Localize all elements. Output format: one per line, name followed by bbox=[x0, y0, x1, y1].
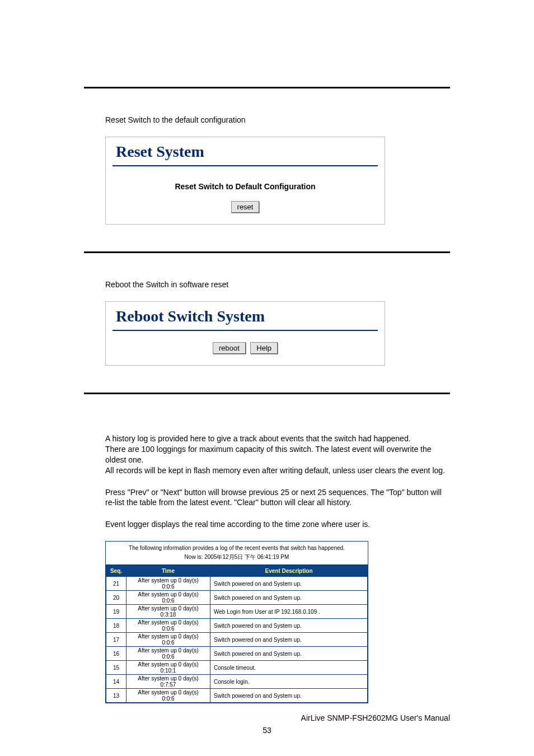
reset-intro: Reset Switch to the default configuratio… bbox=[105, 115, 450, 124]
log-para-1b: There are 100 loggings for maximum capac… bbox=[105, 444, 450, 465]
event-log-timestamp: Now is: 2005年12月5日 下午 06:41:19 PM bbox=[106, 552, 368, 565]
reset-panel-title: Reset System bbox=[106, 137, 385, 165]
cell-desc: Switch powered on and System up. bbox=[210, 619, 368, 633]
footer-text: AirLive SNMP-FSH2602MG User's Manual bbox=[0, 713, 534, 722]
reboot-panel-title: Reboot Switch System bbox=[106, 302, 385, 330]
section-divider bbox=[84, 251, 450, 253]
cell-desc: Switch powered on and System up. bbox=[210, 689, 368, 703]
log-para-1a: A history log is provided here to give a… bbox=[105, 433, 450, 444]
cell-time: After system up 0 day(s)0:7:57 bbox=[127, 675, 210, 689]
col-desc: Event Description bbox=[210, 566, 368, 577]
event-log-figure: The following information provides a log… bbox=[105, 541, 368, 703]
cell-desc: Switch powered on and System up. bbox=[210, 591, 368, 605]
cell-desc: Switch powered on and System up. bbox=[210, 633, 368, 647]
log-para-3: Event logger displays the real time acco… bbox=[105, 519, 450, 530]
cell-seq: 16 bbox=[106, 647, 127, 661]
cell-seq: 15 bbox=[106, 661, 127, 675]
table-row: 13After system up 0 day(s)0:0:6Switch po… bbox=[106, 689, 368, 703]
cell-time: After system up 0 day(s)0:0:6 bbox=[127, 647, 210, 661]
cell-desc: Console timeout. bbox=[210, 661, 368, 675]
cell-time: After system up 0 day(s)0:0:6 bbox=[127, 633, 210, 647]
col-time: Time bbox=[127, 566, 210, 577]
cell-seq: 20 bbox=[106, 591, 127, 605]
table-row: 15After system up 0 day(s)0:10:1Console … bbox=[106, 661, 368, 675]
log-para-2: Press "Prev" or "Next" button will brows… bbox=[105, 487, 450, 508]
col-seq: Seq. bbox=[106, 566, 127, 577]
cell-time: After system up 0 day(s)0:0:6 bbox=[127, 591, 210, 605]
table-row: 19After system up 0 day(s)0:3:18Web Logi… bbox=[106, 605, 368, 619]
cell-time: After system up 0 day(s)0:0:6 bbox=[127, 619, 210, 633]
cell-seq: 14 bbox=[106, 675, 127, 689]
cell-time: After system up 0 day(s)0:3:18 bbox=[127, 605, 210, 619]
reset-panel-subtitle: Reset Switch to Default Configuration bbox=[106, 167, 385, 201]
reboot-intro: Reboot the Switch in software reset bbox=[105, 280, 450, 289]
reboot-button[interactable]: reboot bbox=[213, 342, 246, 354]
help-button[interactable]: Help bbox=[250, 342, 278, 354]
cell-seq: 13 bbox=[106, 689, 127, 703]
table-row: 18After system up 0 day(s)0:0:6Switch po… bbox=[106, 619, 368, 633]
table-row: 17After system up 0 day(s)0:0:6Switch po… bbox=[106, 633, 368, 647]
table-row: 21After system up 0 day(s)0:0:6Switch po… bbox=[106, 577, 368, 591]
log-para-1c: All records will be kept in flash memory… bbox=[105, 465, 450, 476]
cell-time: After system up 0 day(s)0:0:6 bbox=[127, 577, 210, 591]
event-log-caption: The following information provides a log… bbox=[106, 542, 368, 552]
event-log-table: Seq. Time Event Description 21After syst… bbox=[106, 565, 368, 703]
table-row: 14After system up 0 day(s)0:7:57Console … bbox=[106, 675, 368, 689]
section-divider bbox=[84, 393, 450, 394]
table-row: 20After system up 0 day(s)0:0:6Switch po… bbox=[106, 591, 368, 605]
cell-seq: 19 bbox=[106, 605, 127, 619]
panel-rule bbox=[113, 330, 378, 331]
page-number: 53 bbox=[0, 726, 534, 735]
cell-seq: 17 bbox=[106, 633, 127, 647]
cell-time: After system up 0 day(s)0:10:1 bbox=[127, 661, 210, 675]
cell-time: After system up 0 day(s)0:0:6 bbox=[127, 689, 210, 703]
cell-desc: Web Login from User at IP 192.168.0.109 … bbox=[210, 605, 368, 619]
table-row: 16After system up 0 day(s)0:0:6Switch po… bbox=[106, 647, 368, 661]
cell-seq: 18 bbox=[106, 619, 127, 633]
cell-desc: Switch powered on and System up. bbox=[210, 577, 368, 591]
cell-seq: 21 bbox=[106, 577, 127, 591]
reset-button[interactable]: reset bbox=[231, 201, 260, 213]
cell-desc: Switch powered on and System up. bbox=[210, 647, 368, 661]
section-divider bbox=[84, 87, 450, 88]
reset-system-panel: Reset System Reset Switch to Default Con… bbox=[105, 137, 385, 225]
reboot-switch-panel: Reboot Switch System reboot Help bbox=[105, 301, 385, 366]
cell-desc: Console login. bbox=[210, 675, 368, 689]
panel-rule bbox=[113, 165, 378, 166]
